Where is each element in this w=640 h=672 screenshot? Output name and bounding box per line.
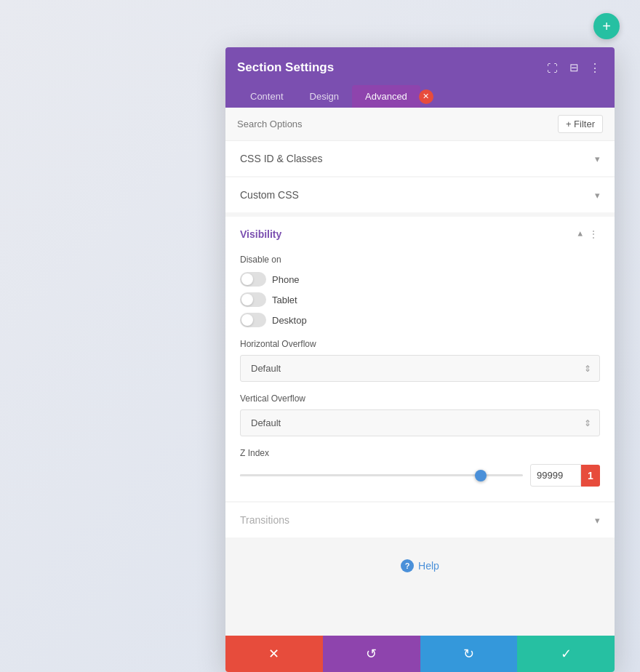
section-settings-panel: Section Settings ⛶ ⊟ ⋮ Content Design Ad… — [225, 47, 615, 672]
panel-title-row: Section Settings ⛶ ⊟ ⋮ — [237, 60, 603, 75]
chevron-down-icon: ▾ — [595, 153, 600, 164]
visibility-content: Disable on Phone Tablet Desktop Horizont… — [225, 252, 615, 501]
transitions-label: Transitions — [240, 514, 289, 526]
help-icon: ? — [401, 559, 414, 572]
desktop-label: Desktop — [272, 315, 307, 326]
vertical-overflow-select[interactable]: Default Hidden Scroll Auto Visible — [240, 409, 600, 436]
save-icon: ✓ — [561, 646, 572, 662]
plus-icon: + — [602, 18, 611, 35]
tablet-label: Tablet — [272, 295, 297, 305]
help-row[interactable]: ? Help — [225, 539, 615, 593]
columns-icon[interactable]: ⊟ — [567, 60, 581, 75]
transitions-section: Transitions ▾ — [225, 503, 615, 537]
cancel-button[interactable]: ✕ — [225, 636, 323, 672]
fab-add-button[interactable]: + — [593, 13, 620, 39]
search-input[interactable] — [237, 119, 558, 129]
tablet-toggle[interactable] — [240, 292, 266, 307]
tab-content[interactable]: Content — [237, 85, 297, 108]
close-icon[interactable]: ✕ — [419, 89, 433, 104]
horizontal-overflow-wrapper: Default Hidden Scroll Auto Visible ⇕ — [240, 355, 600, 382]
tablet-toggle-row: Tablet — [240, 292, 600, 307]
custom-css-label: Custom CSS — [240, 189, 299, 201]
panel-footer: ✕ ↺ ↻ ✓ — [225, 636, 615, 672]
visibility-icons: ▾ ⋮ — [577, 228, 600, 240]
help-label: Help — [418, 560, 439, 572]
panel-header: Section Settings ⛶ ⊟ ⋮ Content Design Ad… — [225, 47, 615, 108]
horizontal-overflow-select[interactable]: Default Hidden Scroll Auto Visible — [240, 355, 600, 382]
panel-tabs: Content Design Advanced ✕ — [237, 85, 603, 108]
panel-title: Section Settings — [237, 60, 334, 75]
z-input-wrapper: 1 — [530, 464, 600, 487]
slider-thumb[interactable] — [475, 470, 487, 481]
vertical-overflow-wrapper: Default Hidden Scroll Auto Visible ⇕ — [240, 409, 600, 436]
more-options-icon[interactable]: ⋮ — [588, 60, 603, 75]
slider-track — [240, 474, 523, 476]
css-id-section-header[interactable]: CSS ID & Classes ▾ — [225, 141, 615, 176]
redo-button[interactable]: ↻ — [420, 636, 518, 672]
fullscreen-icon[interactable]: ⛶ — [545, 60, 559, 75]
panel-body: CSS ID & Classes ▾ Custom CSS ▾ Visibili… — [225, 141, 615, 636]
z-index-slider-wrapper — [240, 468, 523, 483]
custom-css-section-header[interactable]: Custom CSS ▾ — [225, 177, 615, 212]
phone-toggle[interactable] — [240, 272, 266, 287]
save-button[interactable]: ✓ — [517, 636, 615, 672]
z-index-label: Z Index — [240, 448, 600, 458]
z-index-row: 1 — [240, 464, 600, 487]
undo-button[interactable]: ↺ — [323, 636, 420, 672]
phone-toggle-row: Phone — [240, 272, 600, 287]
tab-design[interactable]: Design — [297, 85, 352, 108]
horizontal-overflow-label: Horizontal Overflow — [240, 339, 600, 349]
z-index-badge: 1 — [581, 465, 600, 487]
filter-button[interactable]: + Filter — [558, 115, 603, 133]
tab-advanced[interactable]: Advanced ✕ — [352, 85, 420, 108]
search-row: + Filter — [225, 108, 615, 141]
horizontal-overflow-section: Horizontal Overflow Default Hidden Scrol… — [240, 339, 600, 382]
desktop-toggle-row: Desktop — [240, 313, 600, 327]
phone-label: Phone — [272, 274, 300, 285]
css-id-label: CSS ID & Classes — [240, 153, 323, 164]
slider-fill — [240, 474, 481, 476]
vertical-overflow-section: Vertical Overflow Default Hidden Scroll … — [240, 393, 600, 436]
visibility-title: Visibility — [240, 228, 281, 240]
desktop-toggle[interactable] — [240, 313, 266, 327]
cancel-icon: ✕ — [268, 646, 279, 662]
filter-label: + Filter — [566, 119, 595, 129]
visibility-header[interactable]: Visibility ▾ ⋮ — [225, 217, 615, 252]
chevron-up-icon: ▾ — [577, 229, 583, 240]
panel-header-icons: ⛶ ⊟ ⋮ — [545, 60, 603, 75]
redo-icon: ↻ — [463, 646, 474, 662]
z-index-input[interactable] — [530, 464, 581, 487]
disable-on-label: Disable on — [240, 255, 600, 265]
z-index-section: Z Index 1 — [240, 448, 600, 487]
chevron-down-icon: ▾ — [595, 190, 600, 201]
chevron-down-icon: ▾ — [595, 515, 600, 526]
transitions-header[interactable]: Transitions ▾ — [225, 503, 615, 537]
visibility-section: Visibility ▾ ⋮ Disable on Phone Tablet — [225, 217, 615, 501]
vertical-overflow-label: Vertical Overflow — [240, 393, 600, 404]
visibility-more-icon[interactable]: ⋮ — [588, 228, 600, 240]
undo-icon: ↺ — [366, 646, 377, 662]
